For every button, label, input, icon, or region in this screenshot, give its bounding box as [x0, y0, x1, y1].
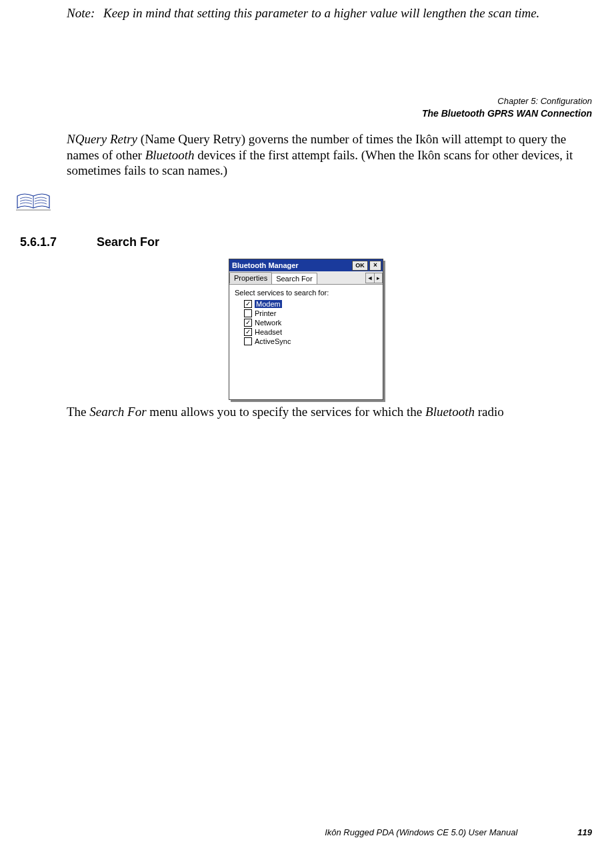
- window-body: Select services to search for: Modem Pri…: [229, 285, 383, 399]
- label-printer: Printer: [255, 309, 276, 317]
- screenshot-caption: The Search For menu allows you to specif…: [67, 404, 592, 420]
- tab-scroll-right[interactable]: ▸: [374, 273, 382, 283]
- book-icon: [15, 189, 592, 217]
- tab-scroll: ◄ ▸: [365, 273, 383, 283]
- list-item[interactable]: Headset: [235, 327, 377, 337]
- list-item[interactable]: Modem: [235, 299, 377, 309]
- list-item[interactable]: ActiveSync: [235, 337, 377, 346]
- list-item[interactable]: Printer: [235, 309, 377, 318]
- section-label: The Bluetooth GPRS WAN Connection: [20, 107, 592, 119]
- checkbox-activesync[interactable]: [244, 337, 252, 345]
- section-heading: 5.6.1.7 Search For: [20, 235, 592, 249]
- term-bluetooth-2: Bluetooth: [425, 405, 475, 419]
- term-bluetooth: Bluetooth: [145, 148, 195, 162]
- tab-properties[interactable]: Properties: [229, 272, 272, 283]
- tabstrip: Properties Search For ◄ ▸: [229, 271, 383, 285]
- bluetooth-manager-window: Bluetooth Manager OK × Properties Search…: [229, 259, 383, 400]
- term-search-for: Search For: [89, 405, 146, 419]
- checkbox-headset[interactable]: [244, 328, 252, 336]
- footer-title: Ikôn Rugged PDA (Windows CE 5.0) User Ma…: [325, 827, 517, 837]
- page-footer: Ikôn Rugged PDA (Windows CE 5.0) User Ma…: [325, 827, 592, 837]
- section-number: 5.6.1.7: [20, 235, 97, 249]
- label-network: Network: [255, 319, 281, 327]
- close-button[interactable]: ×: [369, 261, 381, 271]
- checkbox-printer[interactable]: [244, 309, 252, 317]
- page-number: 119: [577, 827, 592, 837]
- checkbox-modem[interactable]: [244, 300, 252, 308]
- window-title: Bluetooth Manager: [231, 261, 351, 269]
- cap-pre: The: [67, 405, 89, 419]
- ok-button[interactable]: OK: [352, 261, 368, 271]
- body-label: Select services to search for:: [235, 289, 377, 297]
- label-activesync: ActiveSync: [255, 337, 291, 345]
- chapter-label: Chapter 5: Configuration: [20, 96, 592, 107]
- term-nquery-retry: NQuery Retry: [67, 132, 137, 146]
- note-block: Note: Keep in mind that setting this par…: [67, 5, 592, 21]
- checkbox-network[interactable]: [244, 319, 252, 327]
- note-text: Keep in mind that setting this parameter…: [103, 5, 539, 21]
- label-modem: Modem: [255, 300, 282, 308]
- tab-scroll-left[interactable]: ◄: [366, 273, 374, 283]
- paragraph-nquery: NQuery Retry (Name Query Retry) governs …: [67, 131, 592, 179]
- titlebar: Bluetooth Manager OK ×: [229, 259, 383, 271]
- cap-post: radio: [475, 405, 504, 419]
- cap-mid: menu allows you to specify the services …: [147, 405, 425, 419]
- list-item[interactable]: Network: [235, 318, 377, 327]
- label-headset: Headset: [255, 328, 282, 336]
- page-header: Chapter 5: Configuration The Bluetooth G…: [20, 96, 592, 119]
- tab-search-for[interactable]: Search For: [271, 273, 317, 284]
- note-label: Note:: [67, 5, 103, 21]
- section-title: Search For: [97, 235, 159, 249]
